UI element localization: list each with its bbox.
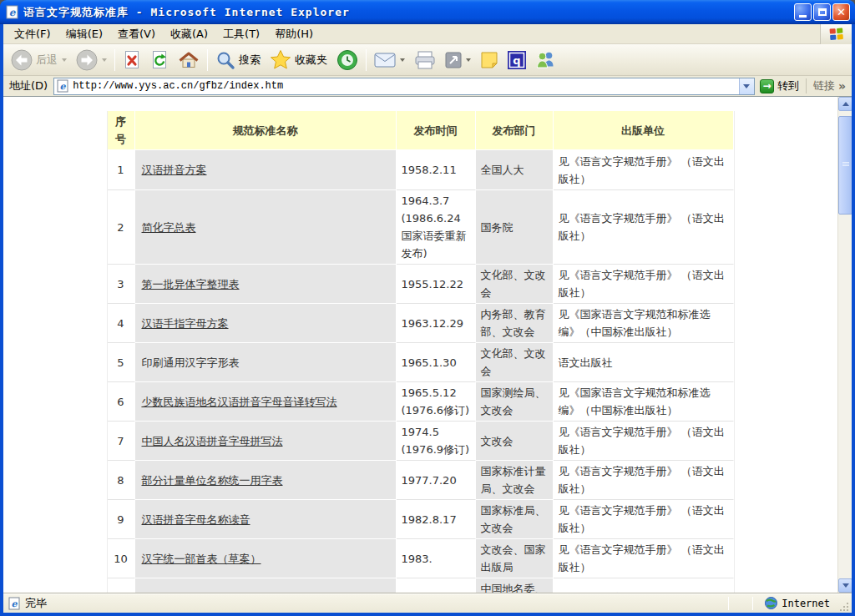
menu-item-3[interactable]: 收藏(A)	[163, 24, 215, 44]
cell-num: 1	[108, 150, 135, 190]
menu-item-1[interactable]: 编辑(E)	[58, 24, 110, 44]
arrow-up-icon	[842, 102, 849, 106]
edit-button[interactable]	[441, 47, 475, 73]
cell-date: 1965.5.12 (1976.6修订)	[397, 382, 476, 422]
cell-dept: 全国人大	[476, 150, 554, 190]
ie-logo-icon: e	[5, 5, 19, 19]
forward-button[interactable]	[72, 47, 111, 73]
windows-logo-panel	[820, 24, 852, 44]
standard-name-link[interactable]: 汉字统一部首表（草案）	[142, 553, 261, 565]
menu-bar: 文件(F)编辑(E)查看(V)收藏(A)工具(T)帮助(H)	[3, 24, 852, 44]
close-button[interactable]: ✕	[832, 3, 850, 21]
column-header-0: 序号	[108, 111, 135, 150]
edit-icon	[445, 52, 462, 68]
back-button[interactable]: 后退	[7, 47, 71, 73]
standard-name-link[interactable]: 少数民族语地名汉语拼音字母音译转写法	[142, 396, 337, 408]
cell-date: 1965.1.30	[397, 343, 476, 382]
go-button[interactable]: → 转到	[755, 77, 804, 96]
cell-date: 1977.7.20	[397, 461, 476, 500]
close-icon: ✕	[837, 7, 846, 18]
maximize-button[interactable]	[813, 3, 831, 21]
standard-name-link[interactable]: 汉语拼音方案	[142, 164, 207, 176]
window-title: 语言文字规范标准库 - Microsoft Internet Explorer	[23, 5, 794, 20]
scroll-up-button[interactable]	[838, 97, 852, 111]
scrollbar-thumb[interactable]	[838, 116, 852, 215]
refresh-button[interactable]	[146, 47, 173, 73]
cell-date: 1984.12.25	[397, 578, 476, 593]
column-header-2: 发布时间	[397, 111, 476, 150]
cell-name: 部分计量单位名称统一用字表	[135, 461, 397, 500]
standard-name-link[interactable]: 简化字总表	[142, 221, 196, 234]
svg-text:e: e	[12, 598, 18, 609]
cell-num: 9	[108, 500, 135, 539]
svg-text:q: q	[513, 54, 520, 67]
column-header-1: 规范标准名称	[135, 111, 397, 150]
table-row: 6少数民族语地名汉语拼音字母音译转写法1965.5.12 (1976.6修订)国…	[108, 382, 734, 422]
table-row: 4汉语手指字母方案1963.12.29内务部、教育部、文改会见《国家语言文字规范…	[108, 304, 734, 343]
menu-item-5[interactable]: 帮助(H)	[267, 24, 321, 44]
url-text: http://www.yys.ac.cn/gfbz/index.htm	[73, 80, 736, 92]
chevron-down-icon	[743, 84, 750, 88]
cell-name: 汉语拼音方案	[135, 150, 397, 190]
go-arrow-icon: →	[760, 79, 774, 93]
cell-dept: 文改会、国家出版局	[476, 539, 554, 578]
stop-button[interactable]	[119, 47, 145, 73]
standard-name-link[interactable]: 部分计量单位名称统一用字表	[142, 474, 283, 487]
messenger-button[interactable]	[531, 47, 559, 73]
cell-name: 中国人名汉语拼音字母拼写法	[135, 422, 397, 461]
status-divider	[728, 597, 729, 610]
status-text: 完毕	[25, 596, 47, 611]
status-divider	[752, 597, 753, 610]
menu-item-2[interactable]: 查看(V)	[110, 24, 163, 44]
standard-name-text: 印刷通用汉字字形表	[142, 356, 240, 369]
standard-name-link[interactable]: 中国人名汉语拼音字母拼写法	[142, 435, 283, 447]
cell-dept: 文改会	[476, 422, 554, 461]
cell-pub: 见《语言文字规范手册》 （语文出版社）	[554, 539, 734, 578]
print-button[interactable]	[410, 47, 440, 73]
cell-date: 1983.	[397, 539, 476, 578]
cell-name: 印刷通用汉字字形表	[135, 343, 397, 382]
cell-date: 1964.3.7 (1986.6.24国家语委重新发布)	[397, 190, 476, 265]
q-logo-button[interactable]: q	[503, 47, 530, 73]
refresh-icon	[150, 50, 169, 70]
cell-num: 2	[108, 190, 135, 265]
cell-name: 第一批异体字整理表	[135, 265, 397, 304]
toolbar: 后退	[3, 44, 852, 76]
page-content: 序号规范标准名称发布时间发布部门出版单位 1汉语拼音方案1958.2.11全国人…	[3, 97, 852, 593]
cell-pub: 见《语言文字规范手册》 （语文出版社）	[554, 461, 734, 500]
table-body: 1汉语拼音方案1958.2.11全国人大见《语言文字规范手册》 （语文出版社）2…	[108, 150, 734, 593]
cell-dept: 国务院	[476, 190, 554, 265]
address-input[interactable]: e http://www.yys.ac.cn/gfbz/index.htm	[53, 78, 755, 95]
menu-item-0[interactable]: 文件(F)	[7, 24, 58, 44]
mail-icon	[374, 52, 396, 68]
cell-dept: 文化部、文改会	[476, 343, 554, 382]
resize-grip[interactable]	[838, 601, 850, 613]
note-button[interactable]	[476, 47, 503, 73]
standard-name-link[interactable]: 第一批异体字整理表	[142, 278, 240, 290]
stop-icon	[123, 50, 141, 70]
table-row: 5印刷通用汉字字形表1965.1.30文化部、文改会语文出版社	[108, 343, 734, 382]
table-row: 9汉语拼音字母名称读音1982.8.17国家标准局、文改会见《语言文字规范手册》…	[108, 500, 734, 539]
cell-date: 1982.8.17	[397, 500, 476, 539]
search-button[interactable]: 搜索	[211, 47, 265, 73]
standard-name-link[interactable]: 汉语手指字母方案	[142, 317, 229, 330]
cell-dept: 文化部、文改会	[476, 265, 554, 304]
minimize-button[interactable]	[794, 3, 812, 21]
page-ie-icon: e	[57, 79, 69, 93]
standard-name-link[interactable]: 汉语拼音字母名称读音	[142, 513, 250, 526]
scroll-down-button[interactable]	[838, 578, 852, 593]
mail-button[interactable]	[370, 47, 409, 73]
internet-globe-icon	[765, 597, 777, 609]
favorites-button[interactable]: 收藏夹	[266, 47, 331, 73]
cell-pub: 见《国家语言文字规范和标准选编》（中国标准出版社）	[554, 382, 734, 422]
links-bar[interactable]: 链接 »	[806, 78, 849, 93]
history-button[interactable]	[332, 47, 362, 73]
address-dropdown-button[interactable]	[739, 78, 754, 94]
note-icon	[480, 51, 498, 69]
cell-pub: 见《语言文字规范手册》 （语文出版社）	[554, 500, 734, 539]
cell-pub: 见《语言文字规范手册》 （语文出版社）	[554, 150, 734, 190]
security-zone: Internet	[765, 597, 838, 609]
vertical-scrollbar[interactable]	[837, 97, 852, 593]
home-button[interactable]	[174, 47, 204, 73]
menu-item-4[interactable]: 工具(T)	[215, 24, 267, 44]
